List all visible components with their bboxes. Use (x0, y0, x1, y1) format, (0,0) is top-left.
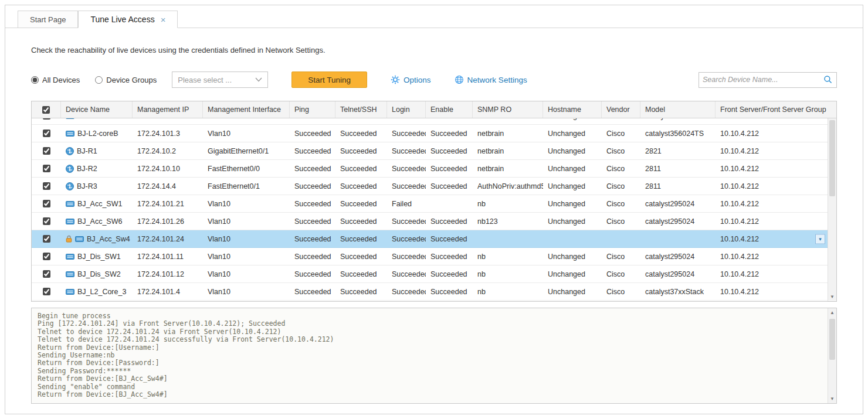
search-icon[interactable] (823, 75, 833, 84)
device-name: BJ-R3 (77, 182, 97, 190)
log-line: Return from Device:[Username:] (38, 344, 823, 352)
row-checkbox[interactable] (43, 270, 50, 278)
device-groups-radio-input[interactable] (95, 76, 103, 84)
enable-status: Succeeded (426, 213, 473, 230)
column-header[interactable]: Hostname (543, 101, 602, 118)
front-server: 10.10.4.212 (716, 213, 836, 230)
device-name-cell: BJ-R2 (61, 160, 133, 177)
table-row[interactable]: BJ-R3172.24.14.4FastEthernet0/1Succeeded… (32, 178, 836, 195)
column-header[interactable]: Device Name (61, 101, 133, 118)
column-header[interactable]: Vendor (602, 101, 640, 118)
tab-start-page[interactable]: Start Page (18, 11, 78, 28)
device-name: BJ-R1 (77, 147, 97, 155)
snmp-ro: netbrain (473, 142, 543, 159)
hostname: Unchanged (543, 118, 602, 124)
row-checkbox[interactable] (43, 147, 50, 155)
table-row[interactable]: BJ-L2-coreB172.24.101.3Vlan10SucceededSu… (32, 125, 836, 142)
device-groups-radio[interactable]: Device Groups (95, 76, 157, 84)
device-name-cell: BJ_Acc_SW6 (61, 213, 133, 230)
table-row[interactable]: BJ_Acc_Sw4172.24.101.24Vlan10SucceededSu… (32, 230, 836, 248)
column-header[interactable]: Front Server/Front Server Group (716, 101, 836, 118)
all-devices-label: All Devices (42, 76, 80, 84)
table-header: Device NameManagement IPManagement Inter… (32, 101, 836, 118)
scrollbar-thumb[interactable] (829, 120, 835, 196)
options-label: Options (404, 76, 431, 84)
row-checkbox[interactable] (43, 235, 50, 243)
column-header[interactable]: Model (640, 101, 716, 118)
hostname: Unchanged (543, 283, 602, 300)
all-devices-radio[interactable]: All Devices (31, 76, 80, 84)
table-row[interactable]: BJ_L2_Core_3172.24.101.4Vlan10SucceededS… (32, 283, 836, 301)
ping-status: Succeeded (290, 283, 335, 300)
vendor: Cisco (602, 160, 640, 177)
row-select-cell (32, 142, 61, 159)
row-select-cell (32, 118, 61, 124)
login-status: Succeeded (387, 213, 426, 230)
tune-log-panel: Begin tune processPing [172.24.101.24] v… (31, 308, 837, 404)
options-button[interactable]: Options (391, 75, 431, 84)
row-checkbox[interactable] (43, 118, 50, 120)
table-body: BJ-L2-coreA172.24.101.2Vlan10SucceededSu… (32, 118, 836, 301)
row-checkbox[interactable] (43, 288, 50, 295)
scrollbar-thumb[interactable] (829, 319, 835, 360)
telnet-status: Succeeded (335, 265, 387, 282)
management-ip: 172.24.101.4 (133, 283, 203, 300)
log-line: Return from Device:[Password:] (38, 359, 823, 367)
select-all-checkbox[interactable] (42, 106, 50, 114)
device-name: BJ_Dis_SW2 (77, 270, 121, 278)
management-ip: 172.24.101.11 (133, 248, 203, 265)
row-checkbox[interactable] (43, 182, 50, 190)
log-line: Sending Password:****** (38, 367, 823, 375)
column-header[interactable]: Ping (290, 101, 335, 118)
management-interface: Vlan10 (203, 195, 290, 212)
table-row[interactable]: BJ_Dis_SW1172.24.101.11Vlan10SucceededSu… (32, 248, 836, 265)
table-scrollbar[interactable]: ▼ (828, 118, 836, 301)
row-checkbox[interactable] (43, 200, 50, 207)
column-header[interactable]: Management IP (133, 101, 203, 118)
all-devices-radio-input[interactable] (31, 76, 39, 84)
table-row[interactable]: BJ-L2-coreA172.24.101.2Vlan10SucceededSu… (32, 118, 836, 125)
row-action-dropdown[interactable]: ▾ (815, 234, 825, 244)
device-group-select[interactable]: Please select ... (172, 71, 268, 88)
log-scrollbar[interactable]: ▲ ▼ (828, 308, 836, 403)
snmp-ro (473, 230, 543, 247)
front-server: 10.10.4.212 (716, 283, 836, 300)
table-row[interactable]: BJ-R1172.24.10.2GigabitEthernet0/1Succee… (32, 142, 836, 160)
management-interface: Vlan10 (203, 283, 290, 300)
model: catalyst295024 (640, 265, 716, 282)
vendor: Cisco (602, 283, 640, 300)
table-row[interactable]: BJ_Acc_SW1172.24.101.21Vlan10SucceededSu… (32, 195, 836, 213)
search-input[interactable] (703, 76, 823, 84)
model: 2821 (640, 142, 716, 159)
ping-status: Succeeded (290, 213, 335, 230)
model: 2811 (640, 178, 716, 195)
switch-icon (75, 235, 84, 243)
front-server: 10.10.4.212 (716, 195, 836, 212)
column-header[interactable]: SNMP RO (473, 101, 543, 118)
row-checkbox[interactable] (43, 253, 50, 260)
hostname (543, 230, 602, 247)
scroll-down-button[interactable]: ▼ (828, 292, 836, 301)
table-row[interactable]: BJ_Acc_SW6172.24.101.26Vlan10SucceededSu… (32, 213, 836, 230)
row-checkbox[interactable] (43, 130, 50, 137)
management-interface: GigabitEthernet0/1 (203, 142, 290, 159)
management-ip: 172.24.101.3 (133, 125, 203, 142)
row-checkbox[interactable] (43, 217, 50, 225)
table-row[interactable]: BJ-R2172.24.10.10FastEthernet0/0Succeede… (32, 160, 836, 178)
page-description: Check the reachability of live devices u… (31, 46, 863, 54)
ping-status: Succeeded (290, 265, 335, 282)
tab-tune-live-access[interactable]: Tune Live Access × (78, 11, 178, 28)
start-tuning-button[interactable]: Start Tuning (291, 71, 367, 88)
column-header[interactable]: Telnet/SSH (335, 101, 387, 118)
scroll-down-button[interactable]: ▼ (828, 394, 836, 403)
row-checkbox[interactable] (43, 165, 50, 172)
column-header[interactable]: Management Interface (203, 101, 290, 118)
scroll-up-button[interactable]: ▲ (828, 308, 836, 317)
column-header[interactable]: Login (387, 101, 426, 118)
enable-status: Succeeded (426, 118, 473, 124)
close-icon[interactable]: × (161, 15, 166, 24)
table-row[interactable]: BJ_Dis_SW2172.24.101.12Vlan10SucceededSu… (32, 265, 836, 283)
network-settings-button[interactable]: Network Settings (455, 75, 527, 84)
select-placeholder: Please select ... (178, 76, 232, 84)
column-header[interactable]: Enable (426, 101, 473, 118)
